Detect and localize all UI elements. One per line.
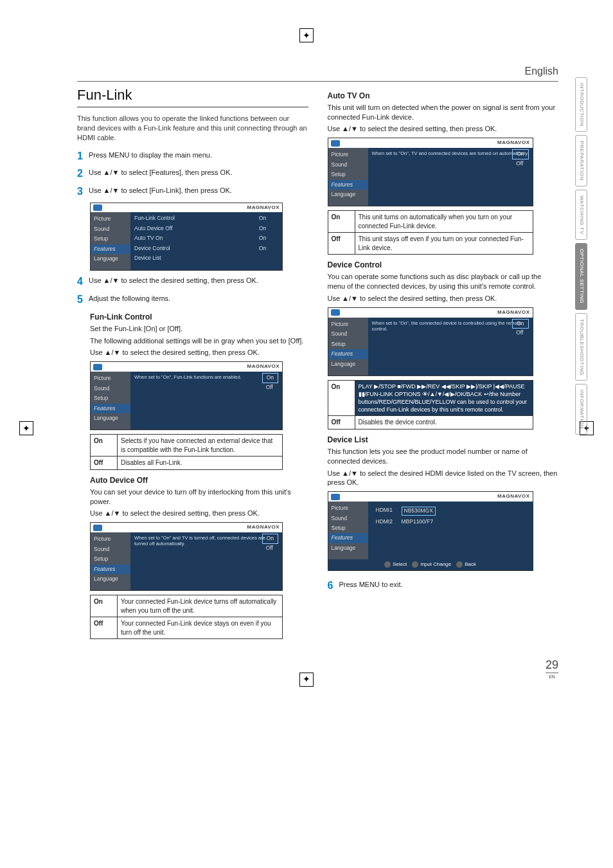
- device-list-head: Device List: [328, 435, 559, 445]
- body-text: Use ▲/▼ to select the desired setting, t…: [90, 348, 308, 357]
- tab-watching-tv: WATCHING TV: [575, 190, 587, 240]
- body-text: Set the Fun-Link [On] or [Off].: [90, 324, 308, 334]
- option-on: On: [512, 319, 528, 329]
- step-5: Adjust the following items.: [89, 293, 308, 303]
- table-desc: Selects if you have connected an externa…: [118, 435, 283, 457]
- setting-label: Device Control: [134, 245, 259, 252]
- auto-tv-on-head: Auto TV On: [328, 91, 559, 101]
- brand-label: MAGNAVOX: [497, 309, 530, 316]
- menu-item-active: Features: [328, 349, 368, 359]
- body-text: Use ▲/▼ to select the desired HDMI devic…: [328, 469, 559, 488]
- menu-screenshot-device-control: MAGNAVOX Picture Sound Setup Features La…: [328, 307, 533, 376]
- funlink-control-table: OnSelects if you have connected an exter…: [90, 434, 283, 470]
- tab-optional-setting: OPTIONAL SETTING: [575, 243, 587, 309]
- menu-screenshot-auto-tv-on: MAGNAVOX Picture Sound Setup Features La…: [328, 138, 533, 206]
- setting-description: When set to "On" and TV is turned off, c…: [130, 532, 282, 549]
- ok-icon: [412, 561, 418, 568]
- menu-item: Language: [91, 413, 130, 423]
- menu-screenshot-funlink: MAGNAVOX Picture Sound Setup Features La…: [90, 203, 283, 271]
- menu-item: Sound: [91, 384, 130, 393]
- menu-item: Language: [91, 574, 130, 584]
- body-text: This function lets you see the product m…: [328, 447, 559, 466]
- menu-item: Picture: [91, 374, 130, 383]
- option-off: Off: [262, 544, 278, 552]
- menu-item: Picture: [328, 503, 368, 513]
- body-text: Use ▲/▼ to select the desired setting, t…: [328, 124, 559, 134]
- table-label: On: [91, 435, 118, 457]
- menu-item: Sound: [91, 545, 130, 554]
- menu-item: Sound: [328, 160, 368, 170]
- setting-label: Auto Device Off: [134, 225, 259, 232]
- setting-value: On: [259, 245, 278, 252]
- funlink-control-head: Fun-Link Control: [90, 312, 308, 322]
- auto-device-off-table: OnYour connected Fun-Link device turns o…: [90, 595, 283, 639]
- menu-item: Setup: [91, 393, 130, 403]
- setting-label: Auto TV On: [134, 235, 259, 242]
- step-number: 5: [77, 293, 89, 307]
- option-off: Off: [512, 329, 528, 337]
- step-1: Press MENU to display the main menu.: [89, 149, 308, 160]
- step-number: 3: [77, 185, 89, 199]
- menu-item: Sound: [328, 514, 368, 523]
- section-title: Fun-Link: [77, 86, 308, 108]
- menu-screenshot-device-list: MAGNAVOX Picture Sound Setup Features La…: [328, 491, 533, 571]
- menu-item: Picture: [91, 214, 130, 224]
- menu-item: Sound: [328, 329, 368, 339]
- table-desc: PLAY ▶/STOP ■/FWD ▶▶/REV ◀◀/SKIP ▶▶|/SKI…: [355, 380, 533, 416]
- menu-item: Language: [328, 359, 368, 369]
- setting-label: Fun-Link Control: [134, 215, 259, 222]
- auto-tv-on-table: OnThis unit turns on automatically when …: [328, 210, 533, 255]
- step-6: Press MENU to exit.: [339, 579, 559, 590]
- menu-item: Language: [328, 190, 368, 199]
- table-desc: This unit turns on automatically when yo…: [355, 211, 533, 233]
- setting-value: [259, 255, 278, 262]
- step-number: 2: [77, 167, 89, 181]
- page-number: 29 EN: [77, 657, 558, 680]
- step-number: 6: [328, 579, 339, 593]
- brand-label: MAGNAVOX: [247, 363, 280, 370]
- option-on: On: [262, 373, 278, 383]
- table-desc: Disables all Fun-Link.: [118, 457, 283, 470]
- menu-item: Setup: [91, 554, 130, 564]
- body-text: This unit will turn on detected when the…: [328, 103, 559, 122]
- select-icon: [384, 561, 391, 568]
- section-tabs: INTRODUCTION PREPARATION WATCHING TV OPT…: [575, 77, 587, 435]
- menu-item-active: Features: [91, 404, 130, 413]
- tv-logo-icon: [331, 309, 340, 316]
- setting-description: When set to "On", Fun-Link functions are…: [130, 372, 282, 383]
- device-model: NB530MGX: [402, 507, 436, 515]
- body-text: Use ▲/▼ to select the desired setting, t…: [328, 294, 559, 303]
- setting-label: Device List: [134, 255, 259, 262]
- menu-item-active: Features: [91, 244, 130, 254]
- device-control-table: OnPLAY ▶/STOP ■/FWD ▶▶/REV ◀◀/SKIP ▶▶|/S…: [328, 380, 533, 429]
- table-label: Off: [91, 617, 118, 639]
- menu-item-active: Features: [91, 565, 130, 574]
- menu-item: Setup: [328, 170, 368, 179]
- step-number: 1: [77, 149, 89, 163]
- step-number: 4: [77, 275, 89, 289]
- tv-logo-icon: [93, 525, 102, 531]
- table-label: On: [91, 595, 118, 617]
- tab-troubleshooting: TROUBLESHOOTING: [575, 313, 587, 381]
- table-label: On: [328, 380, 355, 416]
- tv-logo-icon: [331, 494, 340, 500]
- menu-item: Setup: [328, 339, 368, 349]
- step-3: Use ▲/▼ to select [Fun-Link], then press…: [89, 185, 308, 195]
- tv-logo-icon: [331, 140, 340, 147]
- menu-item-active: Features: [328, 180, 368, 190]
- setting-description: When set to "On", TV and connected devic…: [368, 148, 533, 159]
- tab-preparation: PREPARATION: [575, 135, 587, 186]
- option-on: On: [512, 149, 528, 159]
- menu-item: Picture: [328, 150, 368, 159]
- body-text: Use ▲/▼ to select the desired setting, t…: [90, 509, 308, 518]
- table-desc: Your connected Fun-Link device turns off…: [118, 595, 283, 617]
- setting-value: On: [259, 215, 278, 222]
- menu-item: Sound: [91, 224, 130, 234]
- bottom-label: Back: [465, 561, 476, 568]
- table-desc: This unit stays off even if you turn on …: [355, 233, 533, 255]
- intro-text: This function allows you to operate the …: [77, 114, 308, 143]
- step-2: Use ▲/▼ to select [Features], then press…: [89, 167, 308, 177]
- tab-information: INFORMATION: [575, 384, 587, 435]
- brand-label: MAGNAVOX: [247, 204, 280, 212]
- hdmi-port: HDMI2: [376, 518, 402, 525]
